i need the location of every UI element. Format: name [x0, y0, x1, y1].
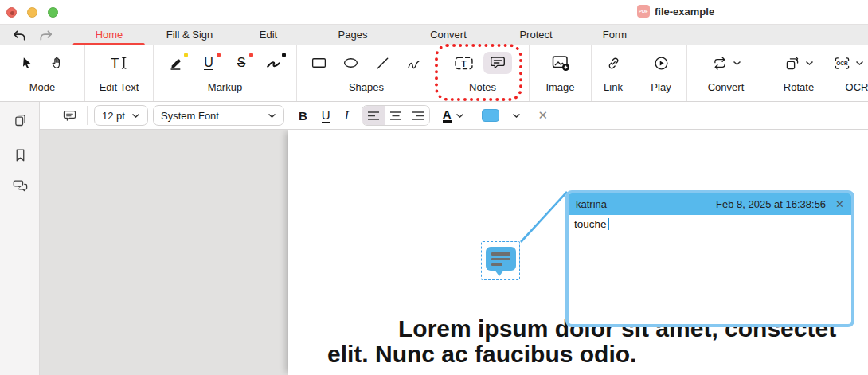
font-size-value: 12 pt [102, 110, 125, 122]
play-button[interactable] [651, 52, 671, 74]
font-size-dropdown[interactable]: 12 pt [94, 105, 148, 126]
color-swatch [482, 109, 499, 122]
toolbar-section-label: Markup [208, 81, 242, 93]
chevron-down-icon [805, 61, 814, 66]
sidebar-bookmarks-button[interactable] [11, 146, 29, 164]
comment-close-button[interactable]: ✕ [835, 198, 844, 210]
chevron-down-icon [456, 113, 464, 119]
pen-tool-button[interactable] [264, 52, 283, 74]
sidebar-comments-button[interactable] [11, 177, 29, 194]
tab-pages[interactable]: Pages [338, 25, 368, 45]
pen-color-dot [282, 53, 287, 57]
document-canvas[interactable]: Lorem ipsum dolor sit amet, consectet el… [40, 130, 868, 375]
ellipse-shape-button[interactable] [341, 52, 360, 74]
bold-button[interactable]: B [299, 109, 307, 123]
redo-icon [39, 29, 54, 42]
font-family-dropdown[interactable]: System Font [153, 105, 284, 126]
alignment-group [362, 105, 430, 126]
tab-edit[interactable]: Edit [260, 25, 277, 45]
tab-convert[interactable]: Convert [430, 25, 467, 45]
strikethrough-icon: S [237, 56, 246, 70]
toolbar-section-edit-text: T Edit Text [85, 45, 154, 101]
tab-fill-and-sign[interactable]: Fill & Sign [166, 25, 213, 45]
text-box-note-button[interactable]: T [454, 52, 474, 74]
text-box-icon: T [454, 56, 474, 71]
underline-format-button[interactable]: U [322, 109, 330, 123]
underline-color-dot [217, 53, 221, 57]
toolbar-section-label: Link [604, 81, 623, 93]
edit-text-icon: T [108, 54, 130, 72]
left-sidebar [0, 102, 40, 375]
toolbar-section-label: Rotate [784, 81, 814, 93]
svg-text:T: T [461, 59, 467, 68]
comment-marker-icon [486, 247, 516, 271]
comment-text: touche [574, 218, 607, 230]
tab-protect[interactable]: Protect [519, 25, 552, 45]
ocr-dropdown-chevron[interactable] [855, 61, 864, 66]
ellipse-icon [342, 56, 359, 70]
link-button[interactable] [604, 52, 623, 74]
comment-text-field[interactable]: touche [569, 215, 851, 233]
undo-button[interactable] [8, 27, 29, 43]
strikethrough-tool-button[interactable]: S [232, 52, 251, 74]
window-title-group: PDF file-example [637, 5, 714, 18]
pdf-file-icon: PDF [637, 5, 650, 18]
undo-icon [11, 29, 26, 42]
comment-timestamp: Feb 8, 2025 at 16:38:56 [716, 198, 826, 210]
divider [87, 106, 88, 125]
comment-popup-header[interactable]: katrina Feb 8, 2025 at 16:38:56 ✕ [569, 193, 851, 215]
font-family-value: System Font [161, 110, 219, 122]
pen-icon [265, 55, 283, 71]
close-window-button[interactable] [6, 7, 17, 18]
redo-button[interactable] [36, 27, 57, 43]
edit-text-button[interactable]: T [108, 52, 130, 74]
italic-button[interactable]: I [345, 109, 349, 123]
chevron-down-icon [131, 113, 140, 119]
traffic-lights [6, 7, 58, 18]
chevron-down-icon [733, 61, 741, 66]
align-left-icon [367, 111, 380, 121]
rotate-icon [784, 55, 801, 72]
toolbar-section-image: Image [530, 45, 592, 101]
rotate-dropdown-chevron[interactable] [805, 61, 814, 66]
play-icon [653, 55, 670, 72]
text-color-button[interactable]: A [443, 108, 464, 123]
sidebar-thumbnails-button[interactable] [11, 111, 29, 129]
align-right-button[interactable] [407, 106, 429, 125]
hand-icon [49, 55, 65, 72]
tab-home[interactable]: Home [96, 25, 123, 45]
hand-tool-button[interactable] [48, 52, 67, 74]
scribble-shape-button[interactable] [405, 52, 424, 74]
comment-marker-line [491, 263, 502, 266]
chevron-down-icon [268, 113, 276, 119]
highlighter-tool-button[interactable] [166, 52, 186, 74]
text-color-icon: A [443, 108, 452, 123]
comment-annotation-marker[interactable] [481, 241, 520, 280]
align-right-icon [412, 111, 424, 121]
line-shape-button[interactable] [373, 52, 392, 74]
underline-tool-button[interactable]: U [199, 52, 218, 74]
convert-dropdown-chevron[interactable] [733, 61, 741, 66]
toolbar-section-label: Mode [29, 81, 56, 93]
fill-color-dropdown[interactable] [482, 109, 521, 122]
add-image-button[interactable] [551, 52, 570, 74]
comment-marker-line [491, 258, 510, 261]
toolbar-section-label: Convert [708, 81, 745, 93]
minimize-window-button[interactable] [27, 7, 37, 18]
zoom-window-button[interactable] [48, 7, 58, 18]
toolbar-section-shapes: Shapes [297, 45, 436, 101]
convert-button[interactable] [711, 52, 741, 74]
comment-note-button[interactable] [483, 52, 512, 74]
align-center-button[interactable] [385, 106, 407, 125]
close-format-bar-button[interactable]: ✕ [538, 108, 549, 123]
rectangle-shape-button[interactable] [309, 52, 328, 74]
highlighter-icon [168, 55, 185, 72]
svg-text:OCR: OCR [836, 60, 848, 65]
cursor-tool-button[interactable] [18, 52, 37, 74]
chevron-down-icon [512, 113, 521, 119]
rotate-button[interactable] [784, 52, 814, 74]
align-left-button[interactable] [362, 106, 385, 125]
comment-style-button[interactable] [62, 109, 77, 123]
tab-form[interactable]: Form [603, 25, 627, 45]
ocr-button[interactable]: OCR [833, 52, 864, 74]
